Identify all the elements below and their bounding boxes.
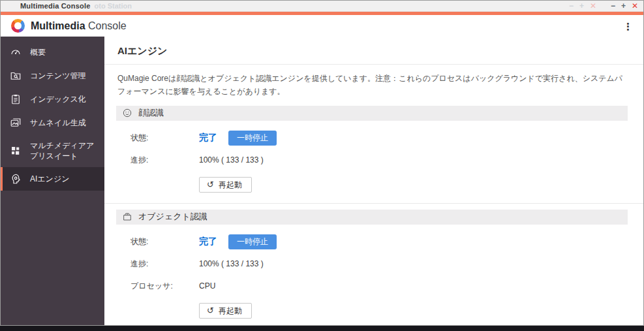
more-options-icon[interactable]: ⋮ <box>623 21 633 31</box>
app-title: Multimedia Console <box>31 20 127 32</box>
processor-label: プロセッサ: <box>130 281 199 292</box>
status-label: 状態: <box>130 133 199 144</box>
window-controls: − + ✕ <box>611 1 638 10</box>
background-window-controls: − + ✕ <box>569 1 596 10</box>
section-divider <box>104 203 643 204</box>
sidebar-item-multimedia-app-suite[interactable]: マルチメディアアプリスイート <box>1 134 104 167</box>
folder-search-icon <box>10 70 22 82</box>
restart-label: 再起動 <box>219 306 242 315</box>
page-title: AIエンジン <box>104 37 643 65</box>
gauge-icon <box>10 46 22 58</box>
sidebar-item-indexing[interactable]: インデックス化 <box>1 87 104 111</box>
status-value: 完了 <box>199 236 217 247</box>
section-header-object-recognition: オブジェクト認識 <box>116 210 628 225</box>
sidebar-item-thumbnail-generation[interactable]: サムネイル生成 <box>1 111 104 134</box>
pause-button[interactable]: 一時停止 <box>228 131 277 146</box>
images-icon <box>10 117 22 129</box>
taskbar-strip <box>0 326 644 331</box>
status-label: 状態: <box>130 236 199 247</box>
restart-row: ↺ 再起動 <box>199 177 643 193</box>
sidebar-item-overview[interactable]: 概要 <box>1 40 104 64</box>
sidebar-item-label: マルチメディアアプリスイート <box>30 140 98 161</box>
multimedia-console-window: Multimedia Console oto Station − + ✕ − +… <box>0 0 644 326</box>
restart-icon: ↺ <box>207 306 214 315</box>
titlebar: Multimedia Console oto Station − + ✕ − +… <box>1 1 643 12</box>
status-value: 完了 <box>199 132 217 144</box>
progress-row: 進捗: 100% ( 133 / 133 ) <box>130 257 643 272</box>
minimize-button[interactable]: − <box>611 1 615 10</box>
ghost-maximize-icon: + <box>579 1 584 10</box>
ai-head-icon <box>10 173 22 185</box>
maximize-button[interactable]: + <box>621 1 626 10</box>
sidebar-item-content-management[interactable]: コンテンツ管理 <box>1 64 104 87</box>
ghost-close-icon: ✕ <box>590 1 596 10</box>
sidebar-item-label: サムネイル生成 <box>30 118 85 128</box>
object-box-icon <box>122 212 132 222</box>
restart-icon: ↺ <box>207 180 214 189</box>
progress-value: 100% ( 133 / 133 ) <box>199 155 264 165</box>
progress-label: 進捗: <box>130 259 199 270</box>
app-title-light: Console <box>88 20 127 31</box>
sidebar-item-label: 概要 <box>30 47 46 57</box>
clipboard-icon <box>10 93 22 105</box>
status-row: 状態: 完了 一時停止 <box>130 131 643 146</box>
ghost-minimize-icon: − <box>569 1 574 10</box>
face-recognition-panel: 状態: 完了 一時停止 進捗: 100% ( 133 / 133 ) ↺ 再起動 <box>104 121 643 202</box>
background-window-title: oto Station <box>95 2 132 10</box>
window-title: Multimedia Console <box>20 2 91 10</box>
processor-row: プロセッサ: CPU <box>130 279 643 294</box>
restart-button[interactable]: ↺ 再起動 <box>199 303 252 319</box>
page-description: QuMagie Coreは顔認識とオブジェクト認識エンジンを提供しています。注意… <box>104 65 643 100</box>
progress-value: 100% ( 133 / 133 ) <box>199 259 264 268</box>
section-title: 顔認識 <box>138 107 164 119</box>
status-row: 状態: 完了 一時停止 <box>130 234 643 249</box>
progress-row: 進捗: 100% ( 133 / 133 ) <box>130 153 643 168</box>
main-content: AIエンジン QuMagie Coreは顔認識とオブジェクト認識エンジンを提供し… <box>104 37 643 325</box>
multimedia-console-logo-icon <box>11 19 25 33</box>
processor-value: CPU <box>199 281 215 291</box>
sidebar-item-label: インデックス化 <box>30 94 86 104</box>
sidebar: 概要 コンテンツ管理 インデックス化 サムネイル生成 <box>1 37 104 325</box>
pause-button[interactable]: 一時停止 <box>228 234 277 249</box>
restart-row: ↺ 再起動 <box>199 303 643 319</box>
app-title-bold: Multimedia <box>31 20 85 31</box>
section-header-face-recognition: 顔認識 <box>116 106 628 121</box>
grid-icon <box>10 145 22 157</box>
object-recognition-panel: 状態: 完了 一時停止 進捗: 100% ( 133 / 133 ) プロセッサ… <box>104 225 643 325</box>
restart-label: 再起動 <box>219 180 242 189</box>
smiley-icon <box>122 108 132 118</box>
close-button[interactable]: ✕ <box>632 1 638 10</box>
progress-label: 進捗: <box>130 155 199 166</box>
sidebar-item-label: コンテンツ管理 <box>30 71 85 81</box>
sidebar-item-label: AIエンジン <box>30 174 69 184</box>
app-header: Multimedia Console ⋮ <box>1 15 643 37</box>
sidebar-item-ai-engine[interactable]: AIエンジン <box>1 167 104 191</box>
section-title: オブジェクト認識 <box>138 211 207 223</box>
restart-button[interactable]: ↺ 再起動 <box>199 177 252 193</box>
